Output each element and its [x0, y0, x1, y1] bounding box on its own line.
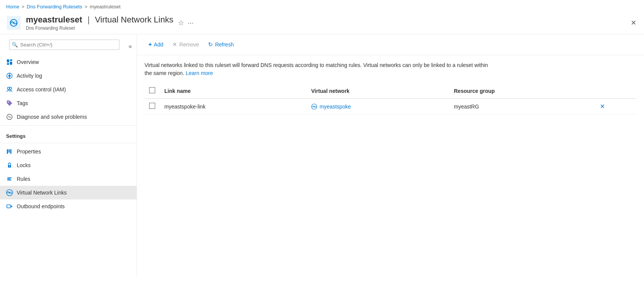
- sidebar-item-label: Tags: [17, 100, 28, 106]
- remove-label: Remove: [179, 41, 199, 48]
- page-header: myeastruleset | Virtual Network Links Dn…: [0, 12, 644, 34]
- search-input[interactable]: [9, 40, 119, 50]
- svg-rect-25: [7, 205, 11, 208]
- row-delete-cell: ✕: [595, 99, 636, 114]
- remove-button[interactable]: ✕ Remove: [169, 39, 203, 50]
- sidebar-item-label: Rules: [17, 176, 30, 182]
- learn-more-link[interactable]: Learn more: [186, 70, 213, 76]
- collapse-button[interactable]: «: [127, 41, 134, 51]
- svg-rect-15: [7, 149, 8, 154]
- sidebar-item-label: Activity log: [17, 73, 42, 79]
- svg-point-19: [9, 166, 10, 167]
- sidebar-item-label: Access control (IAM): [17, 86, 66, 93]
- svg-rect-20: [7, 177, 12, 178]
- refresh-button[interactable]: ↻ Refresh: [204, 39, 237, 50]
- main-content: + Add ✕ Remove ↻ Refresh Virtual network…: [137, 34, 644, 276]
- table-header: Link name Virtual network Resource group: [145, 83, 636, 99]
- sidebar-item-locks[interactable]: Locks: [0, 158, 137, 172]
- breadcrumb-current: myeastruleset: [90, 4, 121, 10]
- vnet-links-icon: [6, 189, 13, 196]
- resource-icon: [6, 15, 21, 30]
- add-icon: +: [148, 41, 152, 48]
- layout: 🔍 « Overview Activity log: [0, 34, 644, 276]
- nav-divider: [0, 125, 137, 126]
- close-button[interactable]: ✕: [631, 19, 636, 27]
- refresh-icon: ↻: [208, 41, 213, 48]
- virtual-network-cell: myeastspoke: [307, 99, 449, 114]
- sidebar-item-label: Overview: [17, 59, 39, 65]
- search-icon: 🔍: [12, 42, 18, 48]
- link-name-cell: myeastspoke-link: [160, 99, 307, 114]
- tags-icon: [6, 100, 13, 107]
- sidebar-item-label: Virtual Network Links: [17, 190, 67, 196]
- sidebar-item-diagnose[interactable]: Diagnose and solve problems: [0, 110, 137, 124]
- virtual-network-link[interactable]: myeastspoke: [311, 104, 445, 110]
- refresh-label: Refresh: [215, 41, 234, 48]
- virtual-network-name: myeastspoke: [320, 104, 351, 110]
- resource-subtitle: Dns Forwarding Ruleset: [26, 26, 173, 31]
- sidebar-item-rules[interactable]: Rules: [0, 172, 137, 186]
- rules-icon: [6, 176, 13, 182]
- breadcrumb-dns-rulesets[interactable]: Dns Forwarding Rulesets: [27, 4, 82, 10]
- outbound-icon: [6, 203, 13, 210]
- row-checkbox-cell: [145, 99, 160, 114]
- toolbar: + Add ✕ Remove ↻ Refresh: [137, 34, 644, 55]
- table-body: myeastspoke-link myeastspoke: [145, 99, 636, 114]
- resource-name: myeastruleset: [26, 15, 82, 24]
- sidebar-item-label: Locks: [17, 162, 31, 168]
- breadcrumb: Home > Dns Forwarding Rulesets > myeastr…: [0, 0, 644, 12]
- svg-rect-16: [9, 149, 10, 153]
- table-section: Link name Virtual network Resource group…: [137, 83, 644, 114]
- svg-point-24: [9, 192, 10, 193]
- sidebar-item-outbound-endpoints[interactable]: Outbound endpoints: [0, 199, 137, 213]
- resource-group-cell: myeastRG: [449, 99, 595, 114]
- header-title-group: myeastruleset | Virtual Network Links Dn…: [26, 15, 173, 31]
- svg-rect-17: [10, 149, 11, 154]
- col-actions: [595, 83, 636, 99]
- virtual-network-links-table: Link name Virtual network Resource group…: [145, 83, 636, 114]
- sidebar-item-activity-log[interactable]: Activity log: [0, 69, 137, 83]
- col-link-name: Link name: [160, 83, 307, 99]
- activity-icon: [6, 72, 13, 79]
- row-delete-button[interactable]: ✕: [600, 103, 605, 110]
- breadcrumb-home[interactable]: Home: [6, 4, 19, 10]
- diagnose-icon: [6, 113, 13, 120]
- section-title: Virtual Network Links: [95, 15, 173, 24]
- svg-rect-21: [7, 179, 11, 179]
- remove-icon: ✕: [172, 41, 177, 48]
- add-button[interactable]: + Add: [145, 39, 167, 50]
- more-options-icon[interactable]: ···: [188, 19, 194, 27]
- select-all-header: [145, 83, 160, 99]
- nav-divider-2: [0, 143, 137, 143]
- sidebar-item-virtual-network-links[interactable]: Virtual Network Links: [0, 186, 137, 199]
- info-section: Virtual networks linked to this ruleset …: [137, 55, 502, 83]
- sidebar-item-label: Outbound endpoints: [17, 203, 65, 209]
- svg-rect-22: [7, 180, 11, 180]
- overview-icon: [6, 59, 13, 65]
- sidebar-navigation: Overview Activity log Access control (IA…: [0, 55, 137, 276]
- favorite-icon[interactable]: ☆: [178, 19, 184, 27]
- sidebar: 🔍 « Overview Activity log: [0, 34, 137, 276]
- locks-icon: [6, 162, 13, 169]
- svg-point-2: [13, 22, 14, 24]
- svg-point-27: [313, 106, 315, 107]
- sidebar-item-label: Diagnose and solve problems: [17, 114, 87, 120]
- resource-group-value: myeastRG: [454, 104, 479, 110]
- sidebar-item-properties[interactable]: Properties: [0, 145, 137, 158]
- sidebar-item-label: Properties: [17, 148, 41, 155]
- vnet-icon: [311, 104, 317, 110]
- col-resource-group: Resource group: [449, 83, 595, 99]
- select-all-checkbox[interactable]: [149, 87, 155, 93]
- row-checkbox[interactable]: [149, 103, 155, 109]
- svg-rect-4: [10, 59, 12, 61]
- svg-point-8: [8, 75, 11, 77]
- svg-rect-6: [7, 63, 9, 65]
- svg-rect-3: [7, 59, 9, 62]
- sidebar-item-overview[interactable]: Overview: [0, 55, 137, 69]
- sidebar-item-access-control[interactable]: Access control (IAM): [0, 83, 137, 96]
- svg-rect-5: [10, 62, 12, 65]
- link-name-value: myeastspoke-link: [164, 104, 205, 110]
- access-icon: [6, 86, 13, 93]
- sidebar-item-tags[interactable]: Tags: [0, 96, 137, 110]
- properties-icon: [6, 148, 13, 155]
